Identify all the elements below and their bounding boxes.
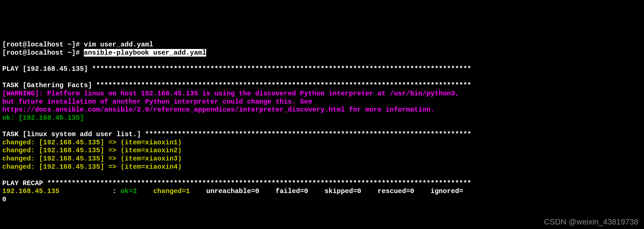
play-header: PLAY [192.168.45.135] ******************…	[2, 65, 471, 73]
recap-changed: changed=1	[149, 187, 202, 195]
changed-item-1: changed: [192.168.45.135] => (item=xiaox…	[2, 139, 182, 146]
recap-failed: failed=0	[272, 187, 321, 195]
command-highlighted: ansible-playbook user_add.yaml	[84, 49, 206, 57]
recap-ignored-value: 0	[2, 196, 6, 203]
warning-line-3: https://docs.ansible.com/ansible/2.9/ref…	[2, 106, 435, 114]
changed-item-2: changed: [192.168.45.135] => (item=xiaox…	[2, 147, 182, 154]
recap-rescued: rescued=0	[374, 187, 427, 195]
ok-status: ok: [192.168.45.135]	[2, 114, 84, 122]
recap-unreachable: unreachable=0	[202, 187, 272, 195]
changed-item-3: changed: [192.168.45.135] => (item=xiaox…	[2, 155, 182, 162]
prompt-prefix: [root@localhost ~]#	[2, 49, 84, 57]
changed-item-4: changed: [192.168.45.135] => (item=xiaox…	[2, 163, 182, 171]
warning-line-1: [WARNING]: Platform linux on host 192.16…	[2, 90, 459, 97]
prompt-line-prev: [root@localhost ~]# vim user_add.yaml	[2, 41, 153, 48]
recap-host: 192.168.45.135	[2, 187, 112, 195]
recap-ignored: ignored=	[427, 187, 463, 195]
task-add-user: TASK [linux system add user list.] *****…	[2, 130, 471, 138]
task-gathering-facts: TASK [Gathering Facts] *****************…	[2, 82, 471, 89]
warning-line-2: but future installation of another Pytho…	[2, 98, 312, 106]
recap-colon: :	[112, 187, 121, 195]
watermark: CSDN @weixin_43819738	[544, 217, 639, 227]
play-recap-header: PLAY RECAP *****************************…	[2, 179, 471, 187]
terminal-output: [root@localhost ~]# vim user_add.yaml [r…	[0, 33, 644, 204]
recap-ok: ok=2	[121, 187, 149, 195]
recap-skipped: skipped=0	[320, 187, 373, 195]
